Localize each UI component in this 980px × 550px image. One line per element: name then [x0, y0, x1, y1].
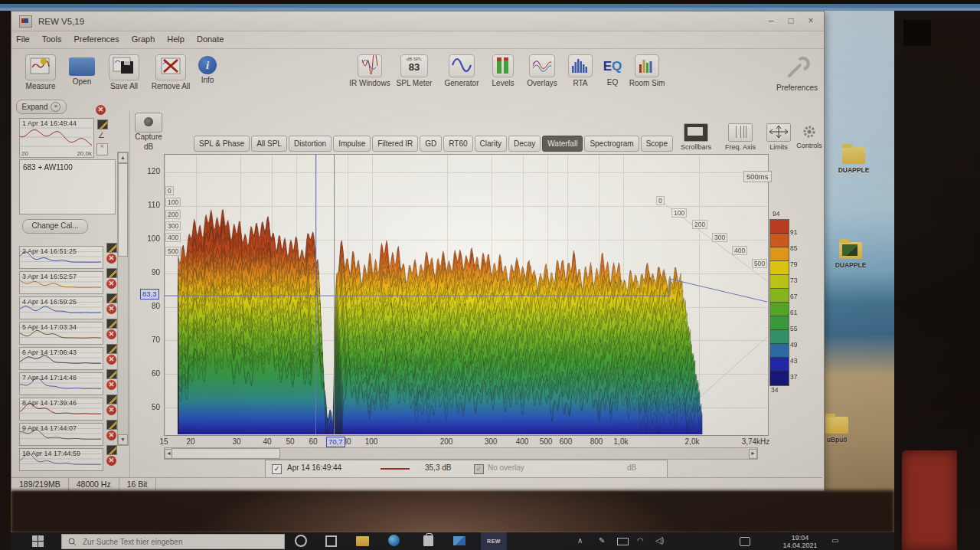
measurement-graph-icon[interactable]	[106, 268, 117, 278]
scroll-up-arrow[interactable]: ▲	[118, 152, 128, 163]
open-button[interactable]: Open	[65, 54, 99, 86]
tab-impulse[interactable]: Impulse	[333, 136, 371, 152]
tab-all-spl[interactable]: All SPL	[251, 136, 287, 152]
measure-button[interactable]: Measure	[24, 54, 57, 90]
measurement-checkbox[interactable]: ✓	[272, 464, 282, 474]
menu-tools[interactable]: Tools	[42, 34, 62, 44]
tab-clarity[interactable]: Clarity	[475, 136, 507, 152]
measurement-thumbnail[interactable]: 7 Apr 14 17:14:48	[19, 372, 103, 395]
maximize-button[interactable]: □	[781, 15, 801, 26]
file-explorer-icon[interactable]	[356, 535, 370, 548]
change-cal-button[interactable]: Change Cal...	[22, 219, 88, 234]
measurement-row[interactable]: 9 Apr 14 17:44:07✕	[19, 423, 103, 446]
measurement-row[interactable]: 3 Apr 14 16:52:57✕	[19, 271, 103, 294]
task-view-icon[interactable]	[325, 535, 339, 548]
limits-button[interactable]: Limits	[763, 123, 794, 151]
wifi-icon[interactable]: ◠	[637, 536, 644, 545]
tab-spectrogram[interactable]: Spectrogram	[584, 136, 639, 152]
tab-waterfall[interactable]: Waterfall	[542, 136, 583, 152]
rw-doc-icon[interactable]: R	[96, 143, 108, 156]
measurement-row[interactable]: 5 Apr 14 17:03:34✕	[19, 322, 103, 345]
menu-preferences[interactable]: Preferences	[74, 34, 119, 44]
levels-button[interactable]: Levels	[488, 54, 518, 87]
tab-spl-phase[interactable]: SPL & Phase	[194, 136, 250, 152]
battery-icon[interactable]	[617, 538, 629, 545]
measurement-row[interactable]: 4 Apr 14 16:59:25✕	[19, 296, 103, 319]
ir-windows-button[interactable]: IR Windows	[348, 54, 391, 87]
capture-button[interactable]	[135, 113, 162, 133]
expand-button[interactable]: Expand »	[16, 100, 67, 114]
spl-meter-button[interactable]: dB SPL 83 SPL Meter	[394, 54, 434, 87]
measurement-thumbnail[interactable]: 8 Apr 14 17:39:46	[19, 398, 103, 421]
start-button[interactable]	[32, 535, 44, 548]
cortana-icon[interactable]	[295, 535, 309, 548]
rew-taskbar-button[interactable]: REW	[481, 532, 507, 550]
tray-chevron-icon[interactable]: ∧	[577, 536, 583, 545]
store-icon[interactable]	[421, 535, 435, 548]
rta-button[interactable]: RTA	[566, 54, 595, 87]
menu-donate[interactable]: Donate	[197, 34, 224, 44]
freq-axis-button[interactable]: Freq. Axis	[720, 123, 760, 151]
measurement-thumbnail[interactable]: 3 Apr 14 16:52:57	[19, 271, 103, 294]
delete-measurement-icon[interactable]: ✕	[106, 431, 116, 440]
desktop-icon-duapple-1[interactable]: DUAPPLE	[827, 147, 880, 174]
measurement-thumbnail[interactable]: 4 Apr 14 16:59:25	[19, 296, 103, 319]
save-all-button[interactable]: Save All	[105, 54, 143, 90]
measurement-thumbnail[interactable]: 5 Apr 14 17:03:34	[19, 322, 103, 345]
preferences-button[interactable]: Preferences	[776, 54, 818, 92]
delete-measurement-icon[interactable]: ✕	[106, 254, 116, 264]
controls-button[interactable]: Controls	[794, 123, 825, 149]
desktop-icon-duapple-2[interactable]: DUAPPLE	[824, 242, 877, 269]
measurement-graph-icon[interactable]	[97, 119, 108, 129]
room-sim-button[interactable]: Room Sim	[629, 54, 665, 87]
menu-file[interactable]: File	[16, 34, 30, 44]
measurement-graph-icon[interactable]	[106, 445, 117, 455]
scroll-down-arrow[interactable]: ▼	[118, 434, 128, 445]
volume-icon[interactable]: ◁)	[655, 536, 664, 545]
tab-filtered-ir[interactable]: Filtered IR	[372, 136, 418, 152]
taskbar-clock[interactable]: 19:04 14.04.2021	[776, 534, 824, 549]
tab-distortion[interactable]: Distortion	[289, 136, 332, 152]
scrollbars-button[interactable]: Scrollbars	[676, 123, 716, 151]
menu-graph[interactable]: Graph	[132, 34, 155, 44]
info-button[interactable]: i Info	[194, 54, 221, 84]
measurement-thumbnail[interactable]: 10 Apr 14 17:44:59	[19, 448, 103, 471]
graph-h-scrollbar[interactable]: ◄ ►	[164, 447, 758, 460]
measurement-graph-icon[interactable]	[106, 369, 117, 379]
minimize-button[interactable]: –	[761, 15, 781, 26]
scroll-right-arrow[interactable]: ►	[749, 449, 757, 459]
scroll-thumb[interactable]	[118, 163, 128, 257]
edge-icon[interactable]	[388, 535, 402, 548]
tray-app-icon[interactable]	[740, 537, 750, 546]
delete-measurement-icon[interactable]: ✕	[96, 105, 106, 115]
sidebar-scrollbar[interactable]: ▲ ▼	[117, 152, 129, 446]
taskbar-search[interactable]	[61, 534, 285, 549]
delete-measurement-icon[interactable]: ✕	[106, 405, 116, 415]
tab-decay[interactable]: Decay	[508, 136, 541, 152]
measurement-graph-icon[interactable]	[106, 243, 117, 253]
delete-measurement-icon[interactable]: ✕	[106, 329, 116, 339]
measurement-graph-icon[interactable]	[106, 420, 117, 430]
delete-measurement-icon[interactable]: ✕	[106, 355, 116, 365]
delete-measurement-icon[interactable]: ✕	[106, 456, 116, 466]
measurement-graph-icon[interactable]	[106, 344, 117, 354]
tab-gd[interactable]: GD	[420, 136, 442, 152]
mail-icon[interactable]	[453, 535, 467, 548]
measurement-thumbnail[interactable]: 2 Apr 14 16:51:25	[19, 246, 103, 269]
scroll-thumb[interactable]	[172, 448, 280, 459]
search-input[interactable]	[81, 537, 268, 547]
measurement-row[interactable]: 8 Apr 14 17:39:46✕	[19, 398, 103, 421]
delete-measurement-icon[interactable]: ✕	[106, 279, 116, 289]
measurement-row[interactable]: 10 Apr 14 17:44:59✕	[19, 448, 103, 471]
measurement-1-thumbnail[interactable]: 1 Apr 14 16:49:44 20 20,0k	[19, 118, 94, 158]
measurement-graph-icon[interactable]	[106, 394, 117, 404]
measurement-graph-icon[interactable]	[106, 293, 117, 303]
overlays-button[interactable]: Overlays	[523, 54, 561, 87]
remove-all-button[interactable]: Remove All	[149, 54, 192, 90]
measurement-row[interactable]: 7 Apr 14 17:14:48✕	[19, 372, 103, 395]
measurement-thumbnail[interactable]: 9 Apr 14 17:44:07	[19, 423, 103, 446]
trim-ir-icon[interactable]: ∠	[98, 133, 105, 139]
close-button[interactable]: ×	[801, 15, 821, 26]
measurement-graph-icon[interactable]	[106, 319, 117, 329]
tray-icon[interactable]: ✎	[599, 536, 605, 545]
